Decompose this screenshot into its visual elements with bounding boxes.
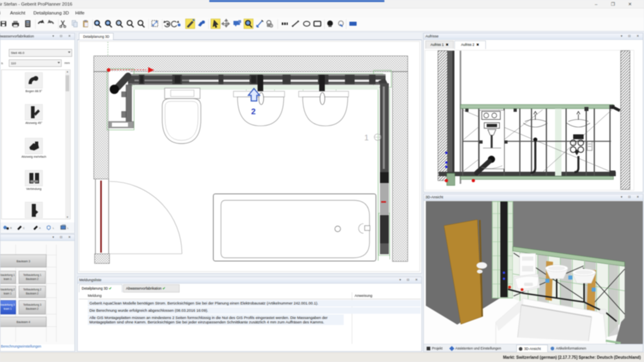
svg-text:bauleitung 3: bauleitung 3 — [0, 303, 15, 306]
svg-text:team 1: team 1 — [4, 278, 12, 280]
svg-text:C: C — [23, 227, 25, 229]
svg-text:Bauteam 2: Bauteam 2 — [26, 307, 39, 310]
svg-text:bauleitung 2: bauleitung 2 — [0, 288, 15, 291]
svg-text:team 1: team 1 — [4, 307, 12, 310]
svg-text:2: 2 — [251, 107, 256, 116]
svg-text:Bauteam 4: Bauteam 4 — [17, 321, 30, 323]
svg-text:Teilbauleitung 3: Teilbauleitung 3 — [23, 303, 41, 306]
svg-text:A: A — [39, 227, 41, 229]
svg-text:Bauteam 3: Bauteam 3 — [17, 260, 30, 263]
svg-text:Teilbauleitung 1: Teilbauleitung 1 — [23, 274, 41, 277]
svg-text:1: 1 — [364, 133, 369, 142]
svg-text:Bauteam 2: Bauteam 2 — [26, 292, 39, 295]
svg-text:team 1: team 1 — [4, 292, 12, 295]
svg-text:R: R — [10, 227, 12, 229]
svg-text:bauleitung 1: bauleitung 1 — [0, 274, 15, 277]
svg-text:Teilbauleitung 2: Teilbauleitung 2 — [23, 288, 41, 291]
svg-text:Bauteam 2: Bauteam 2 — [26, 278, 39, 280]
